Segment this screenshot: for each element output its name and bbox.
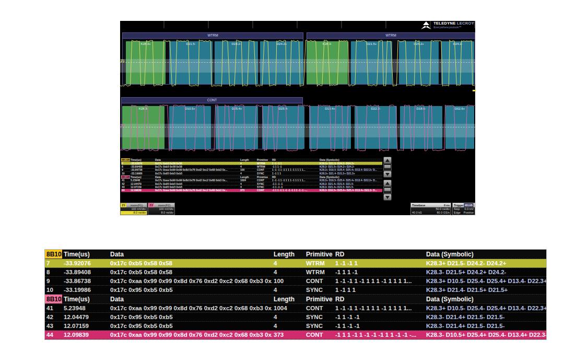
row-index-header: 8B10B <box>121 158 130 161</box>
symbol-box: D21.5+ <box>351 41 392 84</box>
cell: K28.3- D21.5+ D24.2+ D24.2- <box>319 165 382 168</box>
cell: 1 -1 -1 1 -1 1 1 1 -1 1 1 1 1... <box>334 277 425 285</box>
trace-marker-z1: Z1 <box>121 59 125 63</box>
arrow-down-icon <box>385 173 390 176</box>
table-row: 9-33.867380x17c 0xaa 0x99 0x99 0x8d 0x76… <box>45 277 546 286</box>
cell: 1 -1 1 1 <box>334 286 425 294</box>
cell: -33.89408 <box>62 268 109 276</box>
arrow-up-icon <box>385 182 390 185</box>
cell: K28.3- D21.4+ D21.5- D21.5- <box>319 182 382 185</box>
column-header: Length <box>272 250 304 259</box>
column-header: Data <box>109 295 272 303</box>
scroll-up-button[interactable] <box>383 180 392 186</box>
cell: 0x17c 0x95 0xb5 0xb5 <box>155 185 240 188</box>
waveform-panel-z2: CONTK28.3-D10.5+D25.4+D25.4-D13.4+D22.3-… <box>120 95 475 158</box>
symbol-box: D10.5+ <box>169 106 211 149</box>
cell: -1 1 1 -1 <box>272 165 319 168</box>
cell: 0x17c 0xaa 0x99 0x99 0x8d 0x76 0xd2 0xc2… <box>155 179 240 182</box>
column-header: Primitive <box>256 158 272 161</box>
cell: 1 -1 -1 1 -1 1 1 1 -1 1 1 1 1... <box>334 304 425 312</box>
trigger-box[interactable]: Trigger 8B10B Stop 0.0 mV Edge Positive <box>452 203 475 215</box>
cell: CONT <box>304 331 334 339</box>
scrollbar-thumb[interactable] <box>384 165 391 168</box>
cell: 1 -1 -1 1 -1 1 1 1 -1 1 1 1 1... <box>272 179 319 182</box>
cell: 1 -1 -1 1 <box>272 162 319 165</box>
symbol-box: D25.4+ <box>216 106 258 149</box>
column-header: Time(us) <box>62 250 109 259</box>
cell: K28.3+ D10.5- D25.4- D25.4+ D13.4- D22.3… <box>425 304 546 312</box>
cell: -1 1 1 -1 1 -1 -1 -1 1 1 -1 -1 -... <box>334 331 425 339</box>
scrollbar-track[interactable] <box>383 186 392 194</box>
cell: WTRM <box>256 165 272 168</box>
column-header: Length <box>240 175 256 179</box>
row-index: 10 <box>121 172 130 174</box>
cell: CONT <box>256 169 272 171</box>
scroll-up-button[interactable] <box>383 157 392 163</box>
cell: K28.3+ D21.5- D24.2- D24.2+ <box>425 259 546 267</box>
row-index: 41 <box>121 179 130 182</box>
cell: 4 <box>240 185 256 188</box>
primitive-label: WTRM <box>385 33 396 38</box>
cell: 0x17c 0xaa 0x99 0x99 0x8d 0x76 0xd2 0xc2… <box>109 304 272 312</box>
cell: 0x17c 0x95 0xb5 0xb5 <box>109 313 272 321</box>
column-header: Time(us) <box>130 175 155 179</box>
cell: 12.09839 <box>62 331 109 339</box>
scrollbar-thumb[interactable] <box>384 188 391 191</box>
descriptor-z1-tab: Z1 zoom(F1) <box>121 203 147 207</box>
cell: 0x17c 0xaa 0x99 0x99 0x8d 0x76 0xd2 0xc2… <box>109 277 272 285</box>
frame-label-band: WTRM <box>307 33 475 39</box>
cell: 1004 <box>272 304 304 312</box>
cell: 0x17c 0x95 0xb5 0xb5 <box>109 286 272 294</box>
cell: SYNC <box>256 172 272 174</box>
symbol-label: D24.2- <box>441 42 474 45</box>
scroll-down-button[interactable] <box>383 171 392 178</box>
column-header: Time(us) <box>62 295 109 303</box>
symbol-box: D13.4+ <box>309 106 351 149</box>
table-row[interactable]: 4412.098390x17c 0xaa 0x99 0x99 0x8d 0x76… <box>121 189 382 192</box>
cell: -33.92076 <box>130 162 155 165</box>
cell: CONT <box>256 179 272 182</box>
row-index: 42 <box>121 182 130 185</box>
row-index: 43 <box>121 185 130 188</box>
z2-label: Z2 <box>148 203 154 207</box>
frame-label-band: CONT <box>122 98 302 103</box>
descriptor-z1[interactable]: Z1 zoom(F1) 100 mV/div 8.0 ns/div <box>120 203 147 215</box>
table-row: 415.239480x17c 0xaa 0x99 0x99 0x8d 0x76 … <box>45 304 546 313</box>
scroll-down-button[interactable] <box>383 194 392 201</box>
scrollbar-table1 <box>383 157 392 179</box>
row-index: 9 <box>121 169 130 171</box>
scrollbar-track[interactable] <box>383 163 392 171</box>
cell: 0x17c 0xb5 0x58 0x58 <box>155 165 240 168</box>
cell: 4 <box>272 259 304 267</box>
cell: 12.07159 <box>130 185 155 188</box>
cell: K28.3- D21.4+ D21.5- D21.5- <box>425 313 546 321</box>
timebase-offset: 0 ns <box>444 203 450 207</box>
cell: WTRM <box>304 259 334 267</box>
descriptor-z2[interactable]: Z2 zoom(F2) 100 mV/div 8.0 ns/div <box>148 203 175 215</box>
cell: SYNC <box>304 322 334 330</box>
cell: K28.3- D21.4+ D21.5- D21.5- <box>319 185 382 188</box>
symbol-label: D25.4- <box>262 107 304 110</box>
cell: -33.86738 <box>62 277 109 285</box>
symbol-label: D22.3- <box>355 107 397 110</box>
cell: 1 -1 -1 1 -1 1 1 1 -1 1 1 1 1... <box>272 169 319 171</box>
arrow-up-icon <box>385 159 390 162</box>
cell: WTRM <box>304 268 334 276</box>
timebase-samples: 40.0 kS <box>412 211 422 215</box>
column-header: Length <box>272 295 304 303</box>
column-header: Length <box>240 158 256 161</box>
cell: 5.23948 <box>62 304 109 312</box>
symbol-label: D13.4+ <box>309 107 351 110</box>
cell: 4 <box>240 172 256 174</box>
timebase-tdiv: 50.0 ns/div <box>436 207 450 211</box>
timebase-box[interactable]: Timebase 0 ns 50.0 ns/div 40.0 kS 80.0 G… <box>410 203 451 215</box>
table-row: 8-33.894080x17c 0xb5 0x58 0x584WTRM-1 1 … <box>45 268 546 277</box>
column-header: Primitive <box>304 295 334 303</box>
cell: 5.23948 <box>130 179 155 182</box>
table-header-row: 8B10BTime(us)DataLengthPrimitiveRDData (… <box>121 175 382 179</box>
symbol-label: K28.3- <box>307 42 348 45</box>
timebase-rate: 80.0 GS/s <box>437 211 450 215</box>
cell: 0x17c 0xb5 0x58 0x58 <box>155 162 240 165</box>
cell: SYNC <box>256 182 272 185</box>
symbol-box: D02.6+ <box>445 106 474 149</box>
